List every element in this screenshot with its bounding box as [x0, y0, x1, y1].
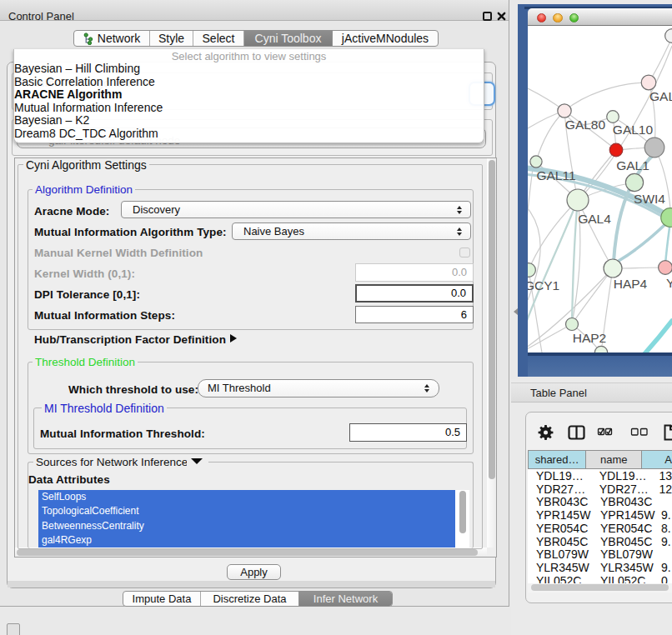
svg-text:GAL7: GAL7 — [649, 89, 672, 103]
svg-text:GCY1: GCY1 — [528, 278, 559, 292]
svg-text:SWI4: SWI4 — [634, 192, 665, 206]
svg-text:GAL10: GAL10 — [613, 122, 654, 137]
svg-text:GAL1: GAL1 — [616, 158, 649, 172]
svg-text:HAP2: HAP2 — [573, 331, 607, 345]
svg-text:GAL4: GAL4 — [578, 212, 611, 226]
svg-text:GAL11: GAL11 — [536, 168, 575, 182]
svg-text:GAL80: GAL80 — [565, 118, 606, 132]
svg-text:YD: YD — [666, 276, 672, 290]
svg-text:HAP4: HAP4 — [614, 277, 648, 291]
